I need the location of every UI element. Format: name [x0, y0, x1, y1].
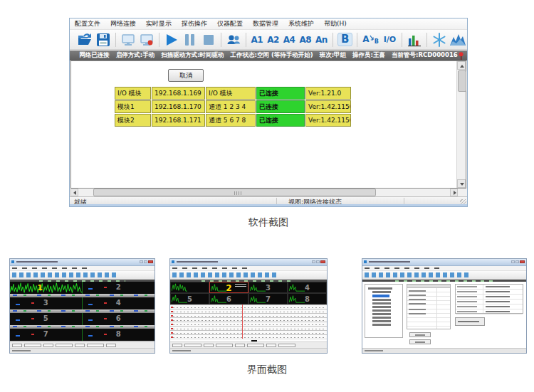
channel-number: 7 — [10, 330, 82, 338]
maximize-button — [515, 260, 519, 263]
config-view-thumbnail — [362, 258, 527, 354]
module-version-cell: Ver:1.21.0 — [305, 87, 351, 100]
module-name-cell: I/O 模块 — [115, 87, 151, 100]
io-button[interactable]: I/O — [384, 35, 396, 44]
channel-number: 1 — [37, 283, 43, 292]
save-icon[interactable] — [95, 31, 112, 48]
bar-chart-icon[interactable] — [406, 31, 423, 48]
scroll-down-arrow[interactable] — [457, 179, 466, 188]
open-file-icon[interactable] — [76, 31, 93, 48]
close-button — [320, 260, 325, 263]
module-version-cell: Ver:1.42.1156 — [305, 100, 351, 113]
table-row[interactable]: 模块1 192.168.1.170 通道 1 2 3 4 已连接 Ver:1.4… — [115, 100, 351, 113]
ascan-cell: 8 — [288, 293, 327, 304]
menu-realtime-display[interactable]: 实时显示 — [141, 18, 177, 29]
a-to-b-button[interactable]: A B — [362, 34, 378, 45]
module-name-cell: 模块1 — [115, 100, 151, 113]
snowflake-icon[interactable] — [431, 31, 448, 48]
channel-cell: 1 — [10, 282, 83, 294]
maximize-button — [316, 260, 320, 263]
thumb-toolbar — [170, 271, 327, 280]
work-state: 工作状态:空闲 (等待手动开始) — [231, 51, 313, 60]
table-row[interactable]: I/O 模块 192.168.1.169 I/O 模块 已连接 Ver:1.21… — [115, 87, 351, 100]
thumb-title-text — [16, 261, 58, 263]
ascan-cell: 5 — [170, 293, 209, 304]
menu-system-maintenance[interactable]: 系统维护 — [283, 18, 319, 29]
table-row[interactable]: 模块2 192.168.1.171 通道 5 6 7 8 已连接 Ver:1.4… — [115, 114, 351, 127]
config-button — [409, 339, 431, 344]
spectrum-icon[interactable] — [449, 31, 466, 48]
scroll-left-arrow[interactable] — [70, 189, 78, 196]
main-window: 配置文件 网络连接 实时显示 探伤操作 仪器配置 数据管理 系统维护 帮助(H) — [69, 18, 468, 207]
interface-screenshot-caption: 界面截图 — [0, 364, 534, 376]
app-icon — [364, 260, 367, 263]
software-screenshot-caption: 软件截图 — [69, 216, 468, 229]
module-ip-cell: 192.168.1.169 — [152, 87, 205, 100]
horizontal-scrollbar[interactable] — [70, 189, 466, 196]
minimize-button — [312, 260, 315, 263]
network-display-icon[interactable] — [120, 31, 137, 48]
description-box — [455, 317, 485, 326]
thumb-titlebar — [10, 259, 155, 266]
a8-button[interactable]: A8 — [299, 35, 311, 45]
ascan-cell: 6 — [209, 293, 248, 304]
channel-cell: 4 — [83, 297, 155, 309]
network-disconnect-icon[interactable] — [138, 31, 155, 48]
stop-icon[interactable] — [200, 31, 217, 48]
config-button — [409, 332, 431, 337]
thumb-menubar — [170, 266, 327, 271]
menu-network[interactable]: 网络连接 — [105, 18, 141, 29]
channel-cell: 3 — [10, 297, 83, 309]
module-channels-cell: 通道 1 2 3 4 — [206, 100, 256, 113]
config-tree-panel — [365, 284, 403, 338]
vertical-scrollbar[interactable] — [456, 61, 466, 188]
ascan-cell — [170, 282, 209, 293]
play-icon[interactable] — [163, 31, 180, 48]
module-channels-cell: 通道 5 6 7 8 — [206, 114, 256, 127]
channel-number: 6 — [83, 314, 155, 322]
horizontal-scroll-track[interactable] — [78, 189, 450, 196]
channel-number: 6 — [210, 295, 248, 303]
horizontal-scroll-thumb[interactable] — [93, 189, 376, 196]
channel-number: 8 — [288, 295, 326, 303]
close-button — [148, 260, 153, 263]
channel-grid: 1 2 3 4 — [10, 282, 155, 344]
thumb-menubar — [362, 266, 526, 271]
property-panel — [455, 284, 523, 314]
b-scan-button[interactable]: B — [337, 33, 352, 46]
channel-number: 3 — [10, 299, 82, 307]
users-icon[interactable] — [225, 31, 242, 48]
config-content — [362, 282, 526, 349]
a4-button[interactable]: A4 — [283, 35, 295, 45]
waveform-view-thumbnail: 1 2 3 4 — [9, 258, 155, 354]
scroll-up-arrow[interactable] — [457, 61, 466, 70]
a2-button[interactable]: A2 — [267, 35, 279, 45]
ascan-cell: 2 — [209, 282, 248, 293]
menu-instrument-config[interactable]: 仪器配置 — [212, 18, 248, 29]
vertical-scroll-thumb[interactable] — [458, 70, 466, 92]
module-ip-cell: 192.168.1.171 — [152, 114, 205, 127]
module-name-cell: 模块2 — [115, 114, 151, 127]
menu-config-file[interactable]: 配置文件 — [70, 18, 105, 29]
menu-flaw-operation[interactable]: 探伤操作 — [177, 18, 212, 29]
minimize-button — [140, 260, 143, 263]
thumb-titlebar — [170, 259, 327, 266]
an-button[interactable]: An — [315, 35, 328, 45]
module-status-cell: 已连接 — [256, 87, 305, 100]
content-area: 取消 I/O 模块 192.168.1.169 I/O 模块 已连接 Ver:1… — [70, 60, 466, 189]
scroll-right-arrow[interactable] — [450, 189, 458, 196]
a1-button[interactable]: A1 — [251, 35, 263, 45]
channel-number: 3 — [249, 284, 287, 292]
channel-number: 4 — [83, 299, 155, 307]
pause-icon[interactable] — [182, 31, 199, 48]
module-channels-cell: I/O 模块 — [206, 87, 256, 100]
cancel-button[interactable]: 取消 — [168, 69, 204, 82]
channel-cell: 2 — [83, 282, 155, 294]
menu-data-management[interactable]: 数据管理 — [248, 18, 283, 29]
arrow-icon — [370, 34, 375, 43]
ascan-cell: 3 — [248, 282, 288, 293]
thumb-title-text — [369, 261, 410, 263]
shift-group: 班次:甲组 — [320, 51, 346, 60]
channel-cell: 6 — [83, 313, 155, 325]
menu-help[interactable]: 帮助(H) — [319, 18, 352, 29]
